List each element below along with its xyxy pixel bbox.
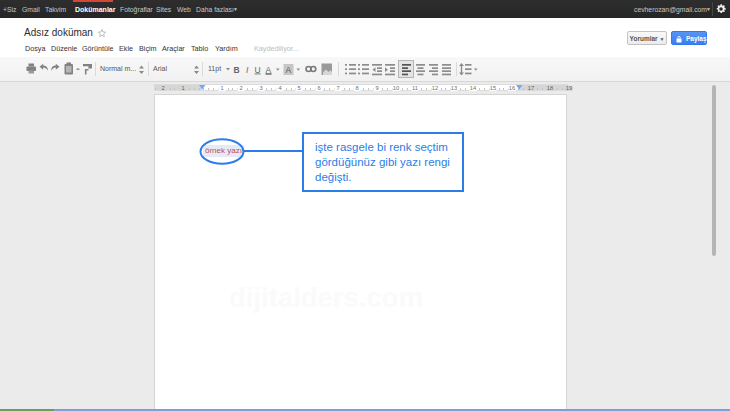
svg-text:A: A — [266, 65, 272, 75]
svg-text:A: A — [286, 65, 292, 75]
svg-text:U: U — [255, 65, 261, 75]
svg-text:I: I — [246, 65, 249, 75]
svg-text:B: B — [234, 65, 240, 75]
